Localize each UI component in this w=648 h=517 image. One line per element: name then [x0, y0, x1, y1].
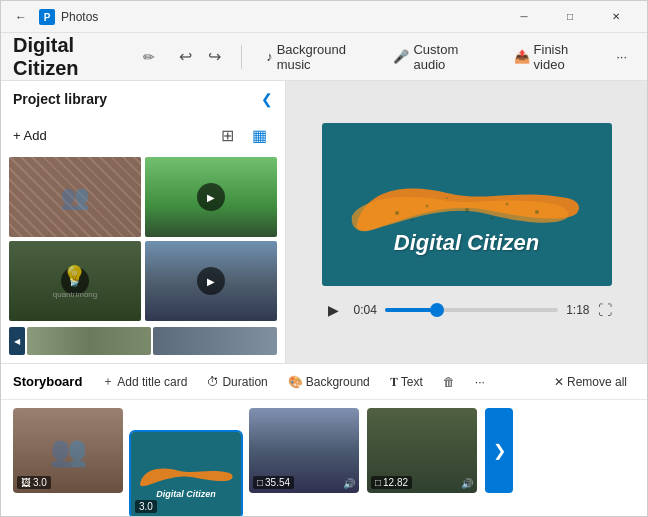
toolbar-divider: [241, 45, 242, 69]
music-icon: ♪: [266, 49, 273, 64]
maximize-button[interactable]: □: [547, 1, 593, 33]
media-item[interactable]: ▶: [145, 157, 277, 237]
add-icon: ＋: [102, 373, 114, 390]
window-controls: ─ □ ✕: [501, 1, 639, 33]
media-item[interactable]: ▶ 💡 quantrimong: [9, 241, 141, 321]
grid-view-1-button[interactable]: ⊞: [213, 121, 241, 149]
media-item[interactable]: ▶: [145, 241, 277, 321]
media-item[interactable]: 👥: [9, 157, 141, 237]
play-overlay: ▶: [61, 267, 89, 295]
clock-icon: ⏱: [207, 375, 219, 389]
svg-point-8: [446, 197, 448, 199]
total-time: 1:18: [566, 303, 589, 317]
custom-audio-button[interactable]: 🎤 Custom audio: [385, 38, 489, 76]
svg-point-6: [535, 210, 539, 214]
panel-collapse-button[interactable]: ❮: [261, 91, 273, 107]
timeline-strip: ◀: [1, 321, 285, 361]
storyboard-more-button[interactable]: ···: [467, 372, 493, 392]
audio-icon: 🔊: [343, 478, 355, 489]
scrubber-thumb[interactable]: [430, 303, 444, 317]
image-icon: 🖼: [21, 477, 31, 488]
text-icon: 𝐓: [390, 375, 398, 389]
remove-all-button[interactable]: ✕ Remove all: [546, 372, 635, 392]
panel-title: Project library: [13, 91, 107, 107]
playback-controls: ▶ 0:04 1:18 ⛶: [322, 298, 612, 322]
finish-video-button[interactable]: 📤 Finish video: [506, 38, 601, 76]
app-icon: P: [39, 9, 55, 25]
background-icon: 🎨: [288, 375, 303, 389]
svg-point-4: [465, 208, 469, 212]
item-duration-label: 3.0: [135, 500, 157, 513]
toolbar: Digital Citizen ✏ ↩ ↪ ♪ Background music…: [1, 33, 647, 81]
panel-header: Project library ❮: [1, 81, 285, 117]
play-overlay: ▶: [197, 183, 225, 211]
svg-point-5: [505, 203, 508, 206]
title-bar: ← P Photos ─ □ ✕: [1, 1, 647, 33]
item-duration-label: 🖼 3.0: [17, 476, 51, 489]
current-time: 0:04: [354, 303, 377, 317]
delete-button[interactable]: 🗑: [435, 372, 463, 392]
media-grid: 👥 ▶ ▶ 💡 quantrimong ▶: [1, 157, 285, 321]
next-items-button[interactable]: ❯: [485, 408, 513, 493]
project-library-panel: Project library ❮ + Add ⊞ ▦ 👥 ▶: [1, 81, 286, 363]
export-icon: 📤: [514, 49, 530, 64]
storyboard-toolbar: Storyboard ＋ Add title card ⏱ Duration 🎨…: [1, 364, 647, 400]
svg-point-7: [410, 219, 413, 222]
panel-toolbar: + Add ⊞ ▦: [1, 117, 285, 157]
storyboard-item[interactable]: 👥 🖼 3.0: [13, 408, 123, 493]
minimize-button[interactable]: ─: [501, 1, 547, 33]
back-button[interactable]: ←: [9, 5, 33, 29]
view-toggle: ⊞ ▦: [213, 121, 273, 149]
storyboard-title-card[interactable]: Title card Digital Citizen 3.0: [131, 432, 241, 517]
svg-point-3: [425, 205, 428, 208]
preview-title: Digital Citizen: [322, 230, 612, 256]
redo-button[interactable]: ↪: [204, 43, 225, 70]
app-title: Photos: [61, 10, 501, 24]
more-options-button[interactable]: ···: [608, 45, 635, 68]
item-duration-label: □ 35.54: [253, 476, 294, 489]
duration-button[interactable]: ⏱ Duration: [199, 372, 275, 392]
storyboard-item[interactable]: □ 35.54 🔊: [249, 408, 359, 493]
fullscreen-button[interactable]: ⛶: [598, 302, 612, 318]
project-title: Digital Citizen: [13, 34, 129, 80]
preview-panel: Digital Citizen ▶ 0:04 1:18 ⛶: [286, 81, 647, 363]
timeline-scrubber[interactable]: [385, 308, 558, 312]
close-button[interactable]: ✕: [593, 1, 639, 33]
add-media-button[interactable]: + Add: [13, 128, 47, 143]
svg-point-9: [490, 217, 493, 220]
close-icon: ✕: [554, 375, 564, 389]
undo-button[interactable]: ↩: [175, 43, 196, 70]
preview-canvas: Digital Citizen: [322, 123, 612, 286]
grid-view-2-button[interactable]: ▦: [245, 121, 273, 149]
play-button[interactable]: ▶: [322, 298, 346, 322]
storyboard-title: Storyboard: [13, 374, 82, 389]
storyboard: Storyboard ＋ Add title card ⏱ Duration 🎨…: [1, 363, 647, 517]
storyboard-item[interactable]: □ 12.82 🔊: [367, 408, 477, 493]
svg-text:P: P: [44, 12, 51, 23]
trash-icon: 🗑: [443, 375, 455, 389]
item-duration-label: □ 12.82: [371, 476, 412, 489]
storyboard-items: 👥 🖼 3.0 Title card Digital Citizen 3.0: [1, 400, 647, 517]
audio-icon: 🔊: [461, 478, 473, 489]
audio-icon: 🎤: [393, 49, 409, 64]
edit-title-icon[interactable]: ✏: [143, 49, 155, 65]
background-music-button[interactable]: ♪ Background music: [258, 38, 377, 76]
background-button[interactable]: 🎨 Background: [280, 372, 378, 392]
text-button[interactable]: 𝐓 Text: [382, 372, 431, 392]
main-area: Project library ❮ + Add ⊞ ▦ 👥 ▶: [1, 81, 647, 363]
svg-point-2: [395, 211, 399, 215]
play-overlay: ▶: [197, 267, 225, 295]
add-title-card-button[interactable]: ＋ Add title card: [94, 370, 195, 393]
